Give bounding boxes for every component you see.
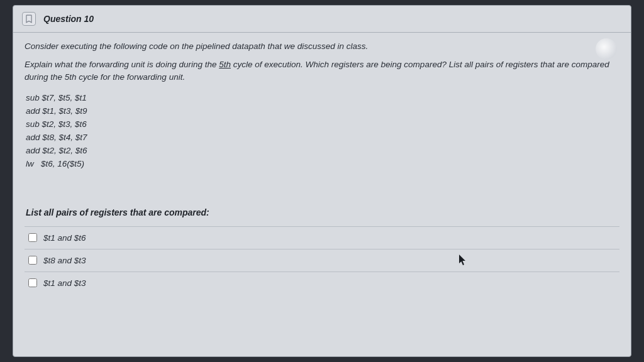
question-card: Question 10 Consider executing the follo…	[13, 5, 631, 357]
explain-text: Explain what the forwarding unit is doin…	[25, 58, 619, 83]
code-block: sub $t7, $t5, $t1 add $t1, $t3, $t9 sub …	[26, 92, 619, 171]
code-line: sub $t7, $t5, $t1	[26, 92, 619, 105]
explain-cycle: 5th	[219, 60, 231, 69]
intro-text: Consider executing the following code on…	[25, 41, 619, 51]
bookmark-icon	[25, 14, 33, 23]
option-row[interactable]: $t1 and $t3	[25, 272, 619, 294]
option-row[interactable]: $t8 and $t3	[25, 250, 619, 272]
question-title: Question 10	[43, 14, 94, 24]
option-label: $t8 and $t3	[43, 256, 86, 265]
option-label: $t1 and $t3	[43, 278, 86, 288]
option-label: $t1 and $t6	[43, 233, 86, 243]
code-line: sub $t2, $t3, $t6	[26, 118, 619, 131]
options-list: $t1 and $t6 $t8 and $t3 $t1 and $t3	[25, 226, 619, 294]
code-line: lw $t6, 16($t5)	[26, 158, 619, 171]
code-line: add $t8, $t4, $t7	[26, 131, 619, 145]
option-checkbox[interactable]	[28, 278, 37, 287]
option-row[interactable]: $t1 and $t6	[25, 227, 619, 250]
option-checkbox[interactable]	[28, 233, 37, 242]
question-header: Question 10	[13, 6, 631, 33]
flag-button[interactable]	[22, 12, 36, 26]
code-line: add $t2, $t2, $t6	[26, 145, 619, 158]
explain-pre: Explain what the forwarding unit is doin…	[25, 60, 219, 69]
question-body: Consider executing the following code on…	[13, 33, 631, 294]
code-line: add $t1, $t3, $t9	[26, 105, 619, 118]
option-checkbox[interactable]	[28, 256, 37, 265]
answer-prompt: List all pairs of registers that are com…	[26, 207, 619, 217]
